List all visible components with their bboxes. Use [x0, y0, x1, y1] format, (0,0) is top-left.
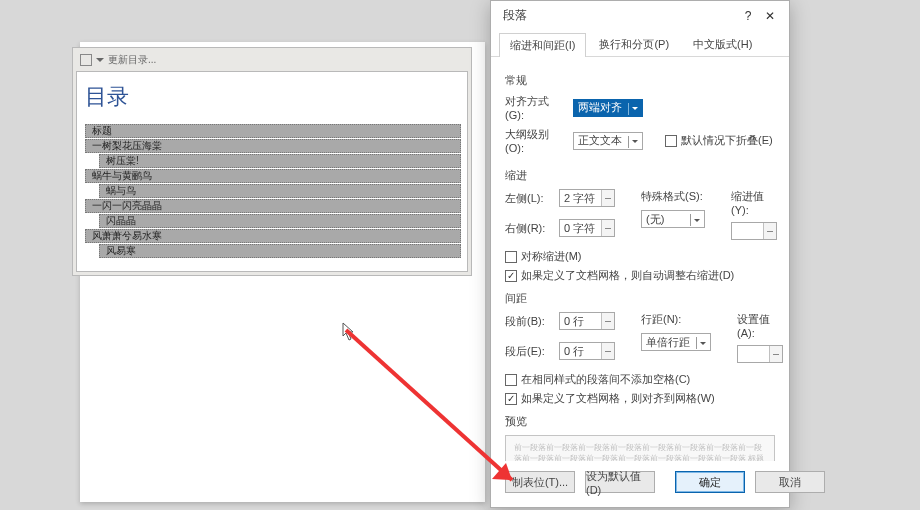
checkbox-icon [505, 251, 517, 263]
space-before-label: 段前(B): [505, 314, 553, 329]
outline-value: 正文文本 [578, 133, 622, 148]
group-spacing: 间距 [505, 291, 775, 306]
indent-by-label: 缩进值(Y): [731, 189, 777, 216]
mirror-indent-label: 对称缩进(M) [521, 249, 582, 264]
checkbox-icon: ✓ [505, 270, 517, 282]
no-space-same-style-checkbox[interactable]: 在相同样式的段落间不添加空格(C) [505, 372, 775, 387]
checkbox-icon [505, 374, 517, 386]
group-general: 常规 [505, 73, 775, 88]
indent-by-spinner[interactable] [731, 222, 777, 240]
right-indent-spinner[interactable]: 0 字符 [559, 219, 615, 237]
dialog-body: 常规 对齐方式(G): 两端对齐 大纲级别(O): 正文文本 默认情况下折叠(E… [491, 57, 789, 461]
toc-body: 目录 标题一树梨花压海棠树压棠!蜗牛与黄鹂鸟蜗与鸟一闪一闪亮晶晶闪晶晶风萧萧兮易… [76, 71, 468, 272]
outline-select[interactable]: 正文文本 [573, 132, 643, 150]
cursor-icon [342, 322, 356, 342]
chevron-down-icon [628, 136, 640, 148]
group-indent: 缩进 [505, 168, 775, 183]
toc-row[interactable]: 树压棠! [99, 154, 461, 168]
close-button[interactable]: ✕ [759, 9, 781, 23]
toc-header[interactable]: 更新目录... [76, 51, 468, 71]
line-spacing-select[interactable]: 单倍行距 [641, 333, 711, 351]
toc-row[interactable]: 闪晶晶 [99, 214, 461, 228]
toc-row[interactable]: 蜗牛与黄鹂鸟 [85, 169, 461, 183]
space-before-value: 0 行 [564, 314, 584, 329]
mirror-indent-checkbox[interactable]: 对称缩进(M) [505, 249, 775, 264]
snap-grid-label: 如果定义了文档网格，则对齐到网格(W) [521, 391, 715, 406]
collapse-label: 默认情况下折叠(E) [681, 133, 773, 148]
toc-row[interactable]: 一树梨花压海棠 [85, 139, 461, 153]
toc-title: 目录 [85, 82, 461, 112]
space-after-value: 0 行 [564, 344, 584, 359]
toc-row[interactable]: 蜗与鸟 [99, 184, 461, 198]
cancel-button[interactable]: 取消 [755, 471, 825, 493]
space-after-label: 段后(E): [505, 344, 553, 359]
toc-container: 更新目录... 目录 标题一树梨花压海棠树压棠!蜗牛与黄鹂鸟蜗与鸟一闪一闪亮晶晶… [72, 47, 472, 276]
alignment-label: 对齐方式(G): [505, 94, 567, 121]
auto-adjust-indent-label: 如果定义了文档网格，则自动调整右缩进(D) [521, 268, 734, 283]
toc-update-label[interactable]: 更新目录... [108, 53, 156, 67]
preview-box: 前一段落前一段落前一段落前一段落前一段落前一段落前一段落前一段落前一段落前一段落… [505, 435, 775, 461]
set-default-button[interactable]: 设为默认值(D) [585, 471, 655, 493]
alignment-value: 两端对齐 [578, 100, 622, 115]
special-label: 特殊格式(S): [641, 189, 705, 204]
paragraph-dialog: 段落 ? ✕ 缩进和间距(I) 换行和分页(P) 中文版式(H) 常规 对齐方式… [490, 0, 790, 508]
dialog-buttons: 制表位(T)... 设为默认值(D) 确定 取消 [491, 461, 789, 507]
tabstops-button[interactable]: 制表位(T)... [505, 471, 575, 493]
left-indent-label: 左侧(L): [505, 191, 553, 206]
tab-asian-typography[interactable]: 中文版式(H) [682, 32, 763, 56]
at-spinner[interactable] [737, 345, 783, 363]
alignment-select[interactable]: 两端对齐 [573, 99, 643, 117]
chevron-down-icon [696, 337, 708, 349]
ok-button[interactable]: 确定 [675, 471, 745, 493]
checkbox-icon: ✓ [505, 393, 517, 405]
left-indent-value: 2 字符 [564, 191, 595, 206]
tab-line-page-breaks[interactable]: 换行和分页(P) [588, 32, 680, 56]
checkbox-icon [665, 135, 677, 147]
dialog-title: 段落 [503, 7, 527, 24]
space-before-spinner[interactable]: 0 行 [559, 312, 615, 330]
toc-menu-icon [80, 54, 92, 66]
help-button[interactable]: ? [737, 9, 759, 23]
chevron-down-icon [628, 103, 640, 115]
toc-row[interactable]: 标题 [85, 124, 461, 138]
toc-row[interactable]: 风易寒 [99, 244, 461, 258]
outline-label: 大纲级别(O): [505, 127, 567, 154]
line-spacing-value: 单倍行距 [646, 335, 690, 350]
tab-indent-spacing[interactable]: 缩进和间距(I) [499, 33, 586, 57]
line-spacing-label: 行距(N): [641, 312, 711, 327]
toc-row[interactable]: 一闪一闪亮晶晶 [85, 199, 461, 213]
toc-row[interactable]: 风萧萧兮易水寒 [85, 229, 461, 243]
special-value: (无) [646, 212, 664, 227]
tab-strip: 缩进和间距(I) 换行和分页(P) 中文版式(H) [491, 32, 789, 57]
right-indent-value: 0 字符 [564, 221, 595, 236]
at-label: 设置值(A): [737, 312, 783, 339]
group-preview: 预览 [505, 414, 775, 429]
chevron-down-icon [96, 58, 104, 66]
no-space-same-style-label: 在相同样式的段落间不添加空格(C) [521, 372, 690, 387]
snap-grid-checkbox[interactable]: ✓ 如果定义了文档网格，则对齐到网格(W) [505, 391, 775, 406]
auto-adjust-indent-checkbox[interactable]: ✓ 如果定义了文档网格，则自动调整右缩进(D) [505, 268, 775, 283]
left-indent-spinner[interactable]: 2 字符 [559, 189, 615, 207]
space-after-spinner[interactable]: 0 行 [559, 342, 615, 360]
dialog-titlebar: 段落 ? ✕ [491, 1, 789, 27]
special-select[interactable]: (无) [641, 210, 705, 228]
chevron-down-icon [690, 214, 702, 226]
right-indent-label: 右侧(R): [505, 221, 553, 236]
collapse-checkbox[interactable]: 默认情况下折叠(E) [665, 133, 773, 148]
